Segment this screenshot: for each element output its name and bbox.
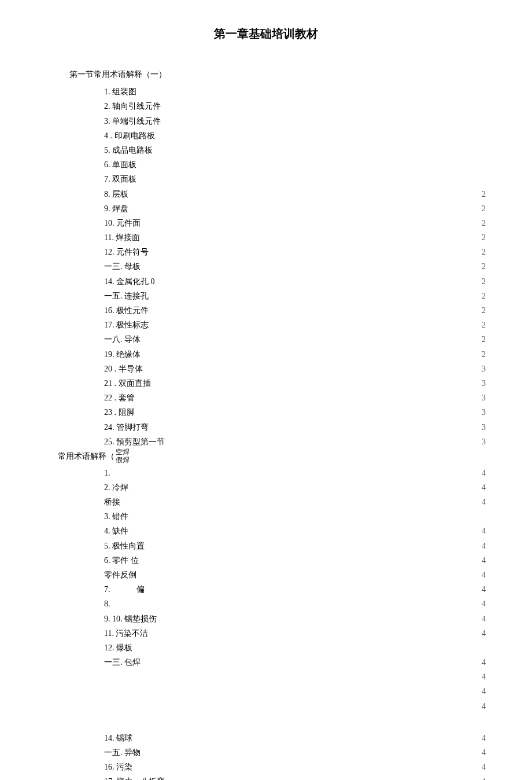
section-1-list: 1. 组装图2. 轴向引线元件3. 单端引线元件4 . 印刷电路板5. 成品电路…: [35, 84, 497, 435]
toc-item: 1. 组装图: [35, 84, 497, 99]
stacked-b: 假焊: [116, 456, 130, 464]
toc-item: 14. 锡球4: [35, 731, 497, 745]
toc-item: 16. 污染4: [35, 760, 497, 774]
section-2-list: 1. 42. 冷焊4桥接43. 错件4. 缺件45. 极性向置46. 零件 位4…: [35, 466, 497, 670]
toc-text: 8.: [104, 597, 110, 611]
toc-text: 一八. 导体: [104, 332, 141, 347]
toc-page: 3: [482, 362, 486, 376]
toc-page: 3: [482, 420, 486, 435]
toc-page: 4: [482, 495, 486, 509]
toc-text: 23 . 阻脚: [104, 405, 135, 420]
chapter-title: 第一章基础培训教材: [35, 23, 497, 44]
toc-item: 一五. 连接孔2: [35, 289, 497, 303]
toc-item: 16. 极性元件2: [35, 303, 497, 318]
toc-item: 9. 10. 锡垫损伤4: [35, 612, 497, 626]
toc-text: 3. 错件: [104, 509, 128, 524]
toc-text: 14. 金属化孔 0: [104, 274, 155, 289]
toc-item: 2. 冷焊4: [35, 480, 497, 495]
toc-page: 4: [482, 655, 486, 669]
toc-item: 4 . 印刷电路板: [35, 128, 497, 143]
toc-item: 12. 元件符号2: [35, 245, 497, 259]
toc-text: 零件反倒: [104, 568, 136, 582]
toc-item: 22 . 套管3: [35, 391, 497, 405]
trailing-page-row: 4: [35, 699, 497, 713]
toc-page: 2: [482, 216, 486, 230]
toc-page: 4: [482, 597, 486, 611]
toc-item: 6. 零件 位4: [35, 553, 497, 568]
toc-item: 14. 金属化孔 02: [35, 274, 497, 289]
toc-page: 4: [482, 539, 486, 553]
toc-page: 3: [482, 391, 486, 405]
toc-text: 2. 冷焊: [104, 480, 128, 495]
toc-page: 3: [482, 435, 486, 449]
toc-page: 2: [482, 303, 486, 318]
trailing-page-row: 4: [35, 684, 497, 698]
toc-item: 11. 污染不洁4: [35, 626, 497, 641]
toc-page: 2: [482, 318, 486, 332]
toc-page: 2: [482, 274, 486, 289]
toc-item: 12. 爆板: [35, 641, 497, 655]
toc-page: 4: [482, 582, 486, 597]
toc-text: 12. 爆板: [104, 641, 132, 655]
toc-text: 8. 层板: [104, 187, 128, 201]
toc-text: 1.: [104, 466, 110, 480]
toc-text: 7. 双面板: [104, 172, 136, 186]
toc-item: 2. 轴向引线元件: [35, 99, 497, 113]
toc-item-25: 25. 預剪型第一节 3: [35, 435, 497, 449]
toc-item: 3. 单端引线元件: [35, 114, 497, 128]
toc-page: 4: [482, 760, 486, 774]
toc-page: 2: [482, 347, 486, 362]
toc-text: 17. 极性标志: [104, 318, 149, 332]
toc-item: 7. 双面板: [35, 172, 497, 186]
toc-item: 4. 缺件4: [35, 524, 497, 538]
toc-text: 14. 锡球: [104, 731, 132, 745]
toc-page: 4: [482, 480, 486, 495]
trailing-pages: 444: [35, 669, 497, 713]
toc-text: 4. 缺件: [104, 524, 128, 538]
toc-item: 20 . 半导体3: [35, 362, 497, 376]
toc-text: 一三. 母板: [104, 259, 141, 274]
toc-text: 6. 零件 位: [104, 553, 139, 568]
toc-page: 4: [482, 669, 486, 684]
toc-text: 一五. 异物: [104, 745, 141, 760]
toc-page: 4: [482, 524, 486, 538]
toc-page: 2: [482, 201, 486, 216]
toc-text: 1. 组装图: [104, 84, 136, 99]
toc-page: 3: [482, 376, 486, 391]
toc-page: 4: [482, 774, 486, 780]
toc-item: 19. 绝缘体2: [35, 347, 497, 362]
toc-text: 2. 轴向引线元件: [104, 99, 161, 113]
toc-page: 4: [482, 745, 486, 760]
toc-text: 6. 单面板: [104, 157, 136, 172]
toc-item: 9. 焊盘2: [35, 201, 497, 216]
toc-text: 9. 焊盘: [104, 201, 128, 216]
toc-text: 9. 10. 锡垫损伤: [104, 612, 157, 626]
toc-text: 17. 跷皮一八板弯: [104, 774, 165, 780]
toc-text: 4 . 印刷电路板: [104, 128, 155, 143]
toc-page: 4: [482, 612, 486, 626]
toc-page: 2: [482, 230, 486, 245]
stacked-text: 空焊 假焊: [116, 448, 130, 465]
toc-text: 16. 极性元件: [104, 303, 149, 318]
toc-item: 17. 跷皮一八板弯4: [35, 774, 497, 780]
toc-text: 22 . 套管: [104, 391, 135, 405]
toc-item: 零件反倒4: [35, 568, 497, 582]
toc-page: 4: [482, 731, 486, 745]
toc-page: 2: [482, 259, 486, 274]
section-2-list-2: 14. 锡球4一五. 异物416. 污染417. 跷皮一八板弯4变形4: [35, 731, 497, 780]
toc-page: 4: [482, 466, 486, 480]
toc-page: 2: [482, 332, 486, 347]
toc-item: 5. 极性向置4: [35, 539, 497, 553]
toc-item: 24. 管脚打弯3: [35, 420, 497, 435]
toc-item: 23 . 阻脚3: [35, 405, 497, 420]
toc-item: 17. 极性标志2: [35, 318, 497, 332]
toc-item: 桥接4: [35, 495, 497, 509]
toc-item: 10. 元件面2: [35, 216, 497, 230]
toc-text: 16. 污染: [104, 760, 132, 774]
toc-item: 8. 4: [35, 597, 497, 611]
toc-item: 8. 层板2: [35, 187, 497, 201]
toc-text: 桥接: [104, 495, 120, 509]
toc-page: 4: [482, 626, 486, 641]
toc-text: 11. 污染不洁: [104, 626, 148, 641]
toc-page: 2: [482, 245, 486, 259]
